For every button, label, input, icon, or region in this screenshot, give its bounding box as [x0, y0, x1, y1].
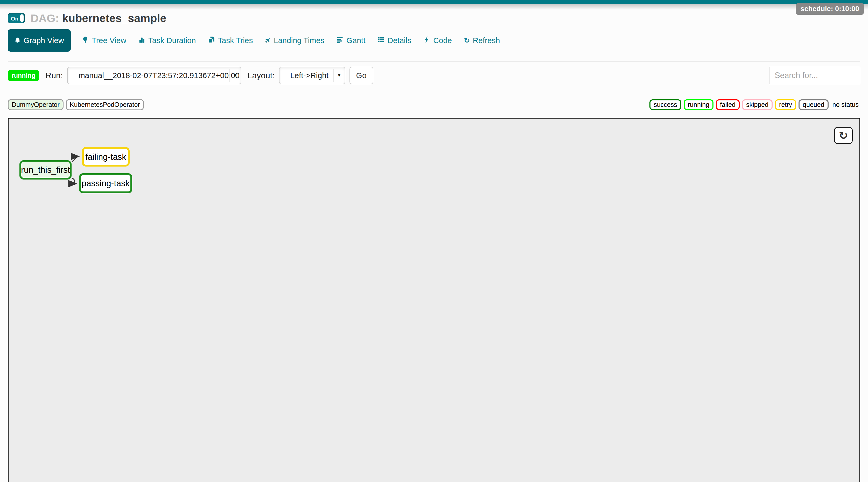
- tab-graph-view[interactable]: ✹ Graph View: [8, 29, 71, 52]
- tab-tree-view[interactable]: Tree View: [82, 36, 126, 45]
- tab-label: Refresh: [473, 36, 500, 45]
- tab-landing-times[interactable]: ✈ Landing Times: [265, 36, 324, 45]
- edge-run_this_first-to-failing-task: [72, 156, 79, 161]
- status-failed: failed: [716, 99, 740, 110]
- layout-select-value: Left->Right: [279, 71, 329, 80]
- dag-name: kubernetes_sample: [62, 12, 166, 24]
- dag-prefix-label: DAG:: [31, 12, 59, 24]
- task-node-passing-task[interactable]: passing-task: [79, 173, 132, 193]
- status-no-status: no status: [831, 100, 860, 109]
- tab-label: Task Tries: [218, 36, 253, 45]
- status-running: running: [684, 99, 713, 110]
- top-bar-shadow: [0, 4, 868, 10]
- graph-refresh-button[interactable]: ↻: [834, 127, 853, 144]
- toggle-knob: [20, 14, 24, 22]
- status-retry: retry: [775, 99, 796, 110]
- legend-operator-kubernetespod: KubernetesPodOperator: [66, 99, 144, 110]
- tab-code[interactable]: Code: [423, 36, 452, 45]
- status-skipped: skipped: [742, 99, 773, 110]
- tab-label: Task Duration: [148, 36, 196, 45]
- run-select-value: manual__2018-02-07T23:57:20.913672+00:00: [68, 71, 240, 80]
- dag-on-off-toggle[interactable]: On: [8, 13, 25, 23]
- select-separator: [229, 69, 230, 82]
- legend-row: DummyOperator KubernetesPodOperator succ…: [8, 99, 860, 110]
- toggle-on-label: On: [11, 16, 19, 22]
- task-node-failing-task[interactable]: failing-task: [82, 147, 130, 167]
- go-button[interactable]: Go: [349, 67, 373, 84]
- dag-header: On DAG:kubernetes_sample: [8, 11, 860, 25]
- bar-chart-icon: [138, 36, 146, 45]
- view-tabs: ✹ Graph View Tree View Task Duration Tas…: [8, 29, 860, 52]
- tab-task-duration[interactable]: Task Duration: [138, 36, 196, 45]
- align-left-icon: [336, 36, 343, 45]
- tab-task-tries[interactable]: Task Tries: [208, 36, 253, 45]
- schedule-badge: schedule: 0:10:00: [796, 3, 864, 15]
- select-separator: [333, 69, 334, 82]
- tab-label: Landing Times: [274, 36, 324, 45]
- tab-refresh[interactable]: ↻ Refresh: [464, 36, 500, 45]
- legend-operator-dummy: DummyOperator: [8, 99, 64, 110]
- tab-label: Graph View: [23, 36, 64, 45]
- tab-details[interactable]: Details: [377, 36, 411, 45]
- tab-label: Tree View: [92, 36, 126, 45]
- chevron-down-icon: ▼: [233, 73, 238, 78]
- refresh-icon: ↻: [839, 129, 848, 142]
- divider: [8, 61, 860, 62]
- plane-icon: ✈: [263, 36, 273, 45]
- run-select[interactable]: manual__2018-02-07T23:57:20.913672+00:00…: [67, 67, 241, 84]
- task-node-run_this_first[interactable]: run_this_first: [20, 160, 71, 180]
- dag-graph-canvas[interactable]: run_this_first failing-task passing-task…: [8, 118, 860, 482]
- page-title: DAG:kubernetes_sample: [31, 12, 166, 25]
- tree-icon: [82, 36, 89, 45]
- chevron-down-icon: ▼: [337, 73, 341, 78]
- edge-run_this_first-to-passing-task: [72, 178, 76, 184]
- tab-label: Gantt: [346, 36, 365, 45]
- run-status-badge: running: [8, 70, 39, 81]
- layout-select[interactable]: Left->Right ▼: [279, 67, 345, 84]
- copy-icon: [208, 36, 215, 45]
- bolt-icon: [423, 36, 430, 45]
- tab-gantt[interactable]: Gantt: [336, 36, 365, 45]
- status-queued: queued: [799, 99, 828, 110]
- search-input[interactable]: [769, 67, 860, 84]
- run-controls: running Run: manual__2018-02-07T23:57:20…: [8, 66, 860, 85]
- layout-label: Layout:: [248, 71, 275, 81]
- run-label: Run:: [45, 71, 63, 81]
- sunburst-icon: ✹: [14, 37, 21, 44]
- refresh-icon: ↻: [464, 37, 470, 44]
- status-legend: success running failed skipped retry que…: [649, 99, 860, 110]
- tab-label: Details: [388, 36, 411, 45]
- top-nav-bar: [0, 0, 868, 4]
- tab-label: Code: [433, 36, 452, 45]
- status-success: success: [649, 99, 681, 110]
- list-icon: [377, 36, 384, 45]
